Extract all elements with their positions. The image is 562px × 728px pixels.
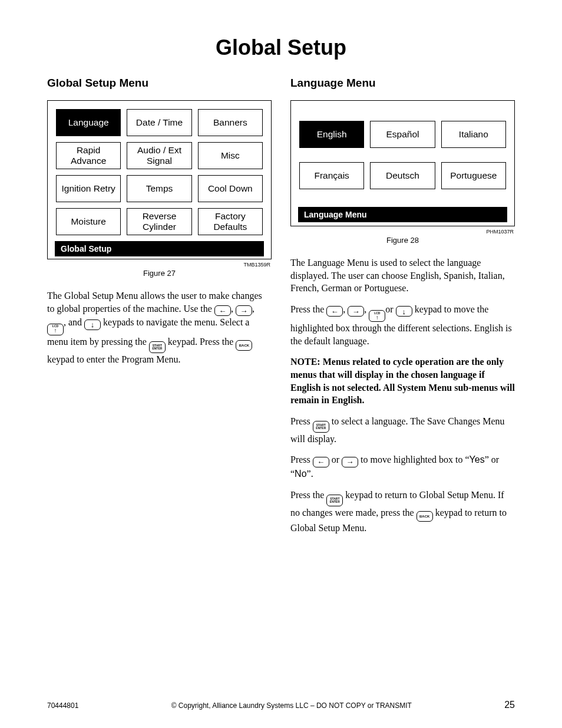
- text: Press the: [290, 490, 326, 500]
- lang-option-deutsch[interactable]: Deutsch: [370, 162, 435, 189]
- text: keypad to enter the Program Menu.: [47, 354, 181, 364]
- global-setup-grid: Language Date / Time Banners Rapid Advan…: [56, 109, 263, 235]
- menu-item-cool-down[interactable]: Cool Down: [198, 175, 263, 202]
- language-menu-titlebar: Language Menu: [298, 207, 507, 222]
- menu-item-misc[interactable]: Misc: [198, 142, 263, 169]
- menu-item-rapid-advance[interactable]: Rapid Advance: [56, 142, 121, 169]
- doc-number: 70444801: [47, 701, 78, 710]
- language-select-instruction: Press STARTENTER to select a language. T…: [290, 415, 515, 446]
- figure-code-left: TMB1359R: [47, 262, 270, 268]
- language-menu-panel: English Español Italiano Français Deutsc…: [290, 100, 515, 226]
- language-yesno-instruction: Press ← or → to move highlighted box to …: [290, 453, 515, 480]
- down-arrow-key-icon: ↓: [396, 306, 412, 317]
- menu-item-date-time[interactable]: Date / Time: [127, 109, 191, 136]
- no-label: No: [295, 469, 306, 479]
- global-setup-panel: Language Date / Time Banners Rapid Advan…: [47, 100, 272, 259]
- two-column-layout: Global Setup Menu Language Date / Time B…: [47, 77, 515, 542]
- language-navigate-instruction: Press the ←, →, LCD↑or ↓ keypad to move …: [290, 303, 515, 348]
- right-arrow-key-icon: →: [348, 306, 364, 317]
- right-column: Language Menu English Español Italiano F…: [290, 77, 515, 542]
- page-footer: 70444801 © Copyright, Alliance Laundry S…: [47, 700, 515, 710]
- language-grid: English Español Italiano Français Deutsc…: [299, 121, 506, 189]
- text: ,: [231, 304, 236, 314]
- menu-item-ignition-retry[interactable]: Ignition Retry: [56, 175, 121, 202]
- back-key-icon: BACK: [416, 511, 433, 522]
- menu-item-temps[interactable]: Temps: [127, 175, 191, 202]
- menu-item-banners[interactable]: Banners: [198, 109, 263, 136]
- menu-item-language[interactable]: Language: [56, 109, 121, 136]
- figure-caption-28: Figure 28: [290, 236, 515, 245]
- left-arrow-key-icon: ←: [214, 305, 231, 316]
- menu-item-moisture[interactable]: Moisture: [56, 208, 121, 235]
- lang-option-italiano[interactable]: Italiano: [441, 121, 506, 148]
- lang-option-espanol[interactable]: Español: [370, 121, 435, 148]
- start-enter-key-icon: STARTENTER: [326, 495, 343, 506]
- start-enter-key-icon: STARTENTER: [149, 341, 166, 353]
- language-menu-description: The Language Menu is used to select the …: [290, 256, 515, 295]
- text: ”.: [307, 469, 313, 479]
- lang-option-francais[interactable]: Français: [299, 162, 364, 189]
- menu-item-audio-ext-signal[interactable]: Audio / Ext Signal: [127, 142, 191, 169]
- text: or: [332, 454, 342, 465]
- yes-label: Yes: [470, 454, 485, 465]
- text: Press: [290, 416, 313, 426]
- lang-option-english[interactable]: English: [299, 121, 364, 148]
- right-arrow-key-icon: →: [342, 457, 358, 467]
- global-setup-titlebar: Global Setup: [55, 241, 264, 256]
- global-setup-menu-heading: Global Setup Menu: [47, 77, 272, 90]
- menu-item-factory-defaults[interactable]: Factory Defaults: [198, 208, 263, 235]
- lang-option-portuguese[interactable]: Portuguese: [441, 162, 506, 189]
- language-note: NOTE: Menus related to cycle operation a…: [290, 355, 515, 406]
- page-title: Global Setup: [47, 35, 515, 60]
- text: , and: [64, 317, 84, 327]
- text: ,: [343, 304, 348, 314]
- language-menu-heading: Language Menu: [290, 77, 515, 90]
- text: to move highlighted box to “: [361, 454, 469, 465]
- up-lcd-key-icon: LCD↑: [47, 324, 64, 335]
- text: keypad. Press the: [168, 337, 236, 347]
- language-return-instruction: Press the STARTENTER keypad to return to…: [290, 489, 515, 535]
- up-lcd-key-icon: LCD↑: [369, 310, 385, 322]
- text: or: [385, 304, 395, 314]
- start-enter-key-icon: STARTENTER: [313, 421, 329, 433]
- right-arrow-key-icon: →: [236, 305, 252, 316]
- left-arrow-key-icon: ←: [326, 306, 343, 317]
- text: Press: [290, 454, 313, 465]
- text: ,: [252, 304, 254, 314]
- down-arrow-key-icon: ↓: [84, 319, 101, 330]
- menu-item-reverse-cylinder[interactable]: Reverse Cylinder: [127, 208, 191, 235]
- global-setup-description: The Global Setup Menu allows the user to…: [47, 289, 272, 365]
- back-key-icon: BACK: [236, 340, 252, 351]
- page-number: 25: [504, 700, 515, 710]
- copyright-notice: © Copyright, Alliance Laundry Systems LL…: [171, 701, 412, 710]
- text: Press the: [290, 304, 326, 314]
- left-arrow-key-icon: ←: [313, 457, 329, 467]
- figure-code-right: PHM1037R: [290, 229, 514, 235]
- left-column: Global Setup Menu Language Date / Time B…: [47, 77, 272, 542]
- text: ,: [364, 304, 369, 314]
- figure-caption-27: Figure 27: [47, 269, 272, 278]
